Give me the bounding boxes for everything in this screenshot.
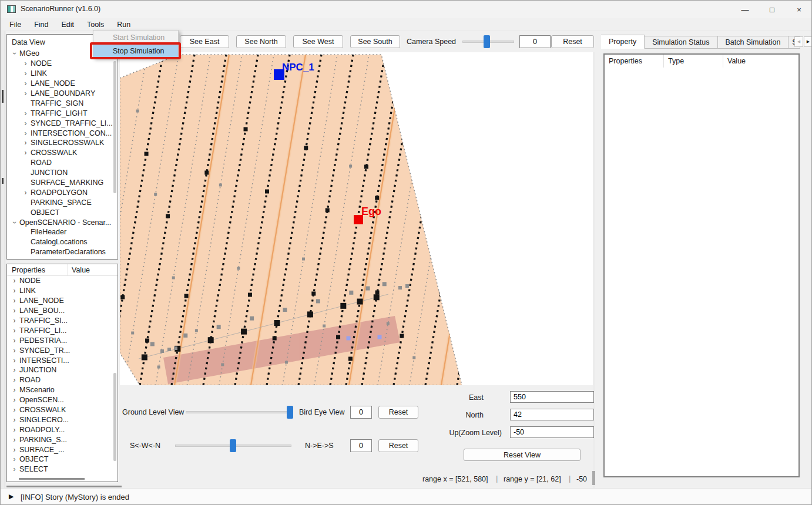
east-input[interactable]	[510, 391, 594, 403]
chevron-icon[interactable]: ›	[9, 318, 19, 324]
see-west-button[interactable]: See West	[293, 35, 343, 48]
scenario-viewport[interactable]: NPC_1Ego	[120, 52, 594, 385]
chevron-icon[interactable]: ›	[21, 60, 31, 66]
tree-item[interactable]: › CROSSWALK	[7, 148, 118, 158]
tree-item[interactable]: › ROAD	[7, 375, 118, 385]
chevron-icon[interactable]: ›	[9, 417, 19, 423]
chevron-icon[interactable]: ›	[9, 447, 19, 453]
minimize-button[interactable]: —	[732, 1, 759, 18]
tree-item[interactable]: › NODE	[7, 276, 118, 286]
tree-item[interactable]: › ROADPOLY...	[7, 425, 118, 435]
tree-item[interactable]: › ParameterDeclarations	[7, 247, 118, 257]
close-button[interactable]: ×	[786, 1, 812, 18]
col-properties[interactable]: Properties	[605, 55, 664, 68]
properties-scrollbar[interactable]	[113, 373, 116, 461]
chevron-icon[interactable]: ›	[9, 367, 19, 373]
tree-item[interactable]: › TRAFFIC_LI...	[7, 325, 118, 335]
properties-column-header[interactable]: Properties	[7, 264, 68, 275]
tab-scroll-left-icon[interactable]: ◀	[794, 36, 803, 47]
tree-item[interactable]: › ROADPOLYGON	[7, 187, 118, 197]
chevron-icon[interactable]: ›	[9, 328, 19, 334]
chevron-icon[interactable]: ›	[21, 80, 31, 86]
tree-item[interactable]: › SELECT	[7, 464, 118, 474]
chevron-icon[interactable]: ›	[9, 437, 19, 443]
tree-item[interactable]: › LINK	[7, 69, 118, 79]
chevron-icon[interactable]: ›	[9, 278, 19, 284]
chevron-icon[interactable]: ›	[9, 397, 19, 403]
value-column-header[interactable]: Value	[68, 264, 90, 275]
right-panel-tab[interactable]: Property	[601, 35, 645, 49]
chevron-icon[interactable]: ›	[9, 466, 19, 472]
chevron-icon[interactable]: ›	[9, 456, 19, 462]
expand-triangle-icon[interactable]: ▶	[9, 493, 14, 500]
tree-item[interactable]: › TRAFFIC_SI...	[7, 316, 118, 326]
tree-item[interactable]: › MScenario	[7, 385, 118, 395]
tree-item[interactable]: › OpenSCEN...	[7, 395, 118, 405]
tree-item[interactable]: › SURFACE_...	[7, 445, 118, 455]
tree-item[interactable]: › PARKING_SPACE	[7, 197, 118, 207]
tree-item[interactable]: › NODE	[7, 59, 118, 69]
tree-item[interactable]: › CatalogLocations	[7, 237, 118, 247]
tree-item[interactable]: › LANE_NODE	[7, 79, 118, 89]
reset-view-button[interactable]: Reset View	[464, 449, 581, 461]
col-type[interactable]: Type	[664, 55, 723, 68]
chevron-icon[interactable]: ›	[9, 298, 19, 304]
tree-item[interactable]: › SURFACE_MARKING	[7, 178, 118, 188]
north-input[interactable]	[510, 409, 594, 420]
chevron-icon[interactable]: ›	[12, 49, 18, 59]
left-splitter[interactable]	[1, 31, 5, 488]
chevron-icon[interactable]: ›	[21, 150, 31, 156]
left-pane-hscrollbar[interactable]	[6, 486, 122, 487]
chevron-icon[interactable]: ›	[21, 190, 31, 196]
tree-item[interactable]: › LANE_BOU...	[7, 306, 118, 316]
tree-item[interactable]: › LANE_NODE	[7, 296, 118, 306]
tree-item[interactable]: › OBJECT	[7, 455, 118, 464]
tree-item[interactable]: › TRAFFIC_LIGHT	[7, 108, 118, 118]
tree-item[interactable]: › FileHeader	[7, 227, 118, 237]
tree-item[interactable]: › JUNCTION	[7, 168, 118, 178]
rotation-reset-button[interactable]: Reset	[378, 439, 418, 452]
chevron-icon[interactable]: ›	[9, 427, 19, 433]
chevron-icon[interactable]: ›	[21, 90, 31, 96]
data-view-scrollbar[interactable]	[113, 61, 116, 193]
tree-item[interactable]: › PARKING_S...	[7, 435, 118, 445]
chevron-icon[interactable]: ›	[9, 387, 19, 393]
chevron-icon[interactable]: ›	[21, 120, 31, 126]
chevron-icon[interactable]: ›	[9, 377, 19, 383]
tree-item[interactable]: › SINGLECROSSWALK	[7, 138, 118, 148]
tree-item[interactable]: › OBJECT	[7, 207, 118, 217]
chevron-icon[interactable]: ›	[9, 338, 19, 344]
menu-item[interactable]: Tools	[80, 18, 110, 31]
title-bar[interactable]: ScenarioRunner (v1.6.0) — □ ×	[1, 1, 812, 18]
center-scrollbar-thumb[interactable]	[592, 471, 595, 485]
tree-item[interactable]: › LANE_BOUNDARY	[7, 89, 118, 99]
chevron-icon[interactable]: ›	[9, 407, 19, 413]
col-value[interactable]: Value	[723, 55, 746, 68]
camera-speed-slider-handle[interactable]	[484, 35, 490, 48]
chevron-icon[interactable]: ›	[9, 308, 19, 314]
bird-eye-reset-button[interactable]: Reset	[378, 406, 418, 419]
tree-item[interactable]: › TRAFFIC_SIGN	[7, 98, 118, 108]
chevron-icon[interactable]: ›	[12, 217, 18, 227]
right-panel-tab[interactable]: Batch Simulation	[718, 36, 789, 49]
chevron-icon[interactable]: ›	[21, 140, 31, 146]
tree-item[interactable]: › SYNCED_TR...	[7, 345, 118, 355]
tab-scroll-right-icon[interactable]: ▶	[804, 36, 812, 47]
tree-item[interactable]: › LINK	[7, 286, 118, 296]
menu-dropdown-item[interactable]: Stop Simulation	[93, 44, 178, 58]
menu-item[interactable]: File	[3, 18, 28, 31]
camera-speed-input[interactable]	[519, 35, 551, 48]
bird-eye-input[interactable]	[350, 406, 372, 419]
tree-item[interactable]: › SINGLECRO...	[7, 415, 118, 425]
up-zoom-input[interactable]	[510, 426, 594, 438]
tree-item[interactable]: › INTERSECTI...	[7, 355, 118, 365]
chevron-icon[interactable]: ›	[21, 110, 31, 116]
tree-item[interactable]: › OpenSCENARIO - Scenar...	[7, 217, 118, 227]
chevron-icon[interactable]: ›	[9, 348, 19, 354]
tree-item[interactable]: › PEDESTRIA...	[7, 335, 118, 345]
right-panel-tab[interactable]: Simulation Status	[645, 36, 717, 49]
camera-speed-reset-button[interactable]: Reset	[551, 35, 594, 48]
rotation-input[interactable]	[350, 439, 372, 452]
chevron-icon[interactable]: ›	[21, 70, 31, 76]
see-south-button[interactable]: See South	[350, 35, 400, 48]
